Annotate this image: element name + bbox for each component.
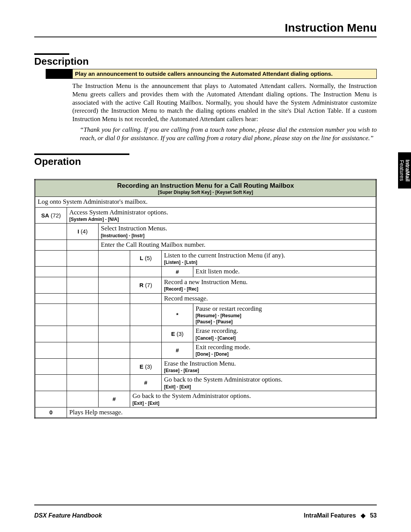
table-row: Log onto System Administrator's mailbox. xyxy=(35,197,376,207)
table-row: # Exit recording mode. [Done] - [Done] xyxy=(35,342,376,358)
table-row: * Pause or restart recording [Resume] - … xyxy=(35,304,376,326)
operation-rule xyxy=(34,153,129,155)
row-desc: Enter the Call Routing Mailbox number. xyxy=(99,240,376,250)
row-desc: Erase the Instruction Menu. xyxy=(164,360,236,367)
row-softkey: [Done] - [Done] xyxy=(196,351,373,357)
row-softkey: [Erase] - [Erase] xyxy=(164,368,373,373)
key-label: # xyxy=(113,396,116,402)
key-num: (5) xyxy=(145,255,152,261)
row-softkey: [System Admin] - [N/A] xyxy=(69,217,373,222)
page-footer: DSX Feature Handbook IntraMail Features … xyxy=(34,512,377,519)
table-row: E (3) Erase the Instruction Menu. [Erase… xyxy=(35,358,376,375)
key-label: R xyxy=(139,282,143,288)
side-tab: IntraMail Features xyxy=(398,152,411,189)
key-label: 0 xyxy=(49,409,53,415)
key-label: I xyxy=(78,228,79,235)
row-desc: Listen to the current Instruction Menu (… xyxy=(164,252,285,259)
row-desc: Exit recording mode. xyxy=(196,343,250,351)
key-num: (3) xyxy=(177,331,183,337)
row-desc: Record message. xyxy=(162,293,376,304)
row-softkey: [Pause] - [Pause] xyxy=(196,319,373,324)
key-label: L xyxy=(140,255,143,261)
table-row: # Go back to the System Administrator op… xyxy=(35,375,376,391)
callout: Play an announcement to outside callers … xyxy=(72,69,377,79)
key-num: (7) xyxy=(145,282,152,288)
table-row: 0 Plays Help message. xyxy=(35,407,376,418)
side-tab-line2: Features xyxy=(399,160,405,181)
footer-rule xyxy=(34,505,377,505)
key-label: E xyxy=(140,363,143,370)
table-row: R (7) Record a new Instruction Menu. [Re… xyxy=(35,277,376,293)
footer-section-label: IntraMail Features xyxy=(304,512,356,519)
table-row: L (5) Listen to the current Instruction … xyxy=(35,250,376,267)
footer-left: DSX Feature Handbook xyxy=(34,512,102,519)
row-desc: Exit listen mode. xyxy=(193,267,376,277)
table-row: Record message. xyxy=(35,293,376,304)
key-label: * xyxy=(176,312,178,318)
description-heading: Description xyxy=(34,56,377,67)
header-rule xyxy=(34,37,377,37)
key-label: # xyxy=(144,379,147,386)
row-softkey: [Exit] - [Exit] xyxy=(164,384,373,390)
key-label: SA xyxy=(41,212,49,219)
table-row: Enter the Call Routing Mailbox number. xyxy=(35,240,376,250)
operation-heading: Operation xyxy=(34,156,377,168)
row-desc: Access System Administrator options. xyxy=(69,209,168,216)
row-softkey: [Resume] - [Resume] xyxy=(196,313,373,318)
table-row: SA (72) Access System Administrator opti… xyxy=(35,207,376,224)
key-label: # xyxy=(176,347,179,353)
row-desc: Go back to the System Administrator opti… xyxy=(164,376,282,383)
key-label: # xyxy=(176,268,179,275)
key-num: (4) xyxy=(81,228,88,235)
table-subtitle: [Super Display Soft Key] - [Keyset Soft … xyxy=(37,190,374,195)
row-desc: Plays Help message. xyxy=(67,407,376,418)
operation-table: Recording an Instruction Menu for a Call… xyxy=(34,179,377,419)
row-softkey: [Record] - [Rec] xyxy=(164,286,373,292)
table-header-row: Recording an Instruction Menu for a Call… xyxy=(35,180,376,197)
key-num: (72) xyxy=(51,212,61,219)
row-softkey: [Cancel] - [Cancel] xyxy=(196,335,373,341)
callout-text: Play an announcement to outside callers … xyxy=(72,69,377,79)
footer-separator-icon: ◆ xyxy=(361,512,365,519)
page-title: Instruction Menu xyxy=(34,21,377,34)
table-row: # Go back to the System Administrator op… xyxy=(35,391,376,407)
table-row: E (3) Erase recording. [Cancel] - [Cance… xyxy=(35,326,376,342)
key-num: (3) xyxy=(145,363,152,370)
side-tab-line1: IntraMail xyxy=(405,160,411,182)
key-label: E xyxy=(171,331,175,337)
row-desc: Log onto System Administrator's mailbox. xyxy=(35,197,376,207)
description-body: The Instruction Menu is the announcement… xyxy=(72,82,377,123)
row-desc: Pause or restart recording xyxy=(196,305,262,312)
row-softkey: [Instruction] - [Instr] xyxy=(101,233,373,238)
table-row: I (4) Select Instruction Menus. [Instruc… xyxy=(35,224,376,240)
description-rule xyxy=(34,53,69,55)
row-desc: Select Instruction Menus. xyxy=(101,225,167,232)
row-softkey: [Exit] - [Exit] xyxy=(132,401,373,406)
row-softkey: [Listen] - [Lstn] xyxy=(164,260,373,265)
row-desc: Erase recording. xyxy=(196,327,238,334)
description-quote: “Thank you for calling. If you are calli… xyxy=(80,126,377,142)
row-desc: Go back to the System Administrator opti… xyxy=(132,392,251,399)
footer-page-number: 53 xyxy=(370,512,377,519)
row-desc: Record a new Instruction Menu. xyxy=(164,278,248,286)
table-title: Recording an Instruction Menu for a Call… xyxy=(37,182,374,190)
table-row: # Exit listen mode. xyxy=(35,267,376,277)
